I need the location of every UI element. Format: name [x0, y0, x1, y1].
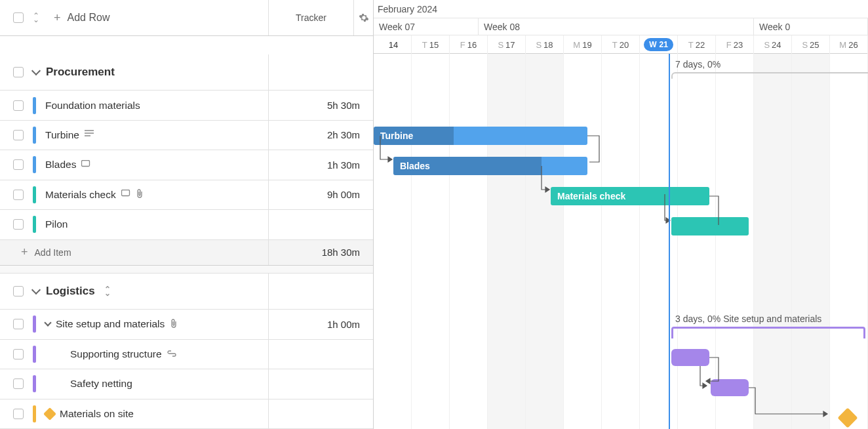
row-checkbox[interactable] — [13, 159, 24, 170]
add-item-row[interactable]: + Add Item 18h 30m — [0, 240, 373, 266]
row-checkbox[interactable] — [13, 219, 24, 230]
comment-icon — [121, 190, 130, 199]
group-checkbox[interactable] — [13, 286, 24, 296]
comment-icon — [81, 160, 90, 170]
task-row[interactable]: Site setup and materials 1h 00m — [0, 310, 373, 339]
task-label: Site setup and materials — [56, 318, 165, 330]
chevron-down-icon — [31, 66, 41, 75]
color-indicator — [33, 216, 36, 233]
week-cell: Week 07 — [374, 18, 479, 35]
row-checkbox[interactable] — [13, 130, 24, 140]
timeline-body[interactable]: Turbine Blades — [374, 54, 868, 429]
day-cell[interactable]: S17 — [488, 35, 526, 54]
day-cell[interactable]: W21 — [640, 35, 678, 54]
tracker-column-header[interactable]: Tracker — [269, 12, 353, 23]
tracker-value: 5h 30m — [269, 100, 373, 111]
today-line — [669, 54, 670, 429]
tracker-value: 1h 00m — [269, 319, 373, 330]
gantt-bar-pilon[interactable] — [671, 217, 749, 235]
day-cell[interactable]: T15 — [412, 35, 450, 54]
color-indicator — [33, 97, 36, 114]
day-cell[interactable]: T22 — [678, 35, 716, 54]
chevron-down-icon[interactable] — [44, 319, 51, 327]
gantt-bar-label: Turbine — [380, 131, 413, 141]
group-header-procurement[interactable]: Procurement — [0, 54, 373, 91]
link-icon — [167, 349, 176, 359]
row-checkbox[interactable] — [13, 100, 24, 111]
row-checkbox[interactable] — [13, 409, 24, 419]
description-icon — [85, 130, 94, 140]
task-label: Turbine — [45, 129, 79, 141]
day-cell[interactable]: M19 — [564, 35, 602, 54]
task-row[interactable]: Materials on site — [0, 399, 373, 429]
collapse-all-icon[interactable]: ⌃⌄ — [33, 13, 39, 22]
timeline-panel: February 2024 Week 07 Week 08 Week 0 14T… — [374, 0, 868, 429]
day-cell[interactable]: F16 — [450, 35, 488, 54]
today-pill: W21 — [644, 38, 673, 51]
tracker-value: 2h 30m — [269, 129, 373, 140]
task-row[interactable]: Blades 1h 30m — [0, 150, 373, 180]
gear-icon — [359, 12, 369, 23]
row-checkbox[interactable] — [13, 190, 24, 200]
gantt-milestone[interactable] — [837, 407, 858, 428]
gantt-bar-materials-check[interactable]: Materials check — [551, 187, 709, 205]
task-label: Supporting structure — [70, 348, 162, 360]
color-indicator — [33, 316, 36, 333]
task-summary-label: 3 days, 0% Site setup and materials — [675, 314, 821, 324]
day-cell[interactable]: T20 — [602, 35, 640, 54]
week-cell: Week 0 — [754, 18, 868, 35]
gantt-bar-blades[interactable]: Blades — [393, 157, 587, 175]
svg-rect-1 — [121, 190, 129, 196]
select-all-checkbox[interactable] — [13, 12, 24, 23]
group-checkbox[interactable] — [13, 67, 24, 77]
svg-rect-0 — [82, 160, 90, 166]
attachment-icon — [136, 189, 144, 200]
day-cell[interactable]: S25 — [792, 35, 830, 54]
task-row[interactable]: Supporting structure — [0, 340, 373, 369]
add-row-button[interactable]: + Add Row — [49, 7, 115, 29]
group-title-label: Logistics — [46, 285, 95, 298]
group-header-logistics[interactable]: Logistics ⌃⌄ — [0, 274, 373, 310]
color-indicator — [33, 186, 36, 203]
tracker-value: 9h 00m — [269, 189, 373, 200]
milestone-icon — [43, 407, 56, 420]
group-summary-label: 7 days, 0% — [675, 59, 720, 70]
collapse-icon[interactable]: ⌃⌄ — [104, 287, 111, 296]
chevron-down-icon — [31, 285, 41, 295]
task-row[interactable]: Turbine 2h 30m — [0, 121, 373, 150]
week-cell: Week 08 — [479, 18, 754, 35]
color-indicator — [33, 346, 36, 363]
day-cell[interactable]: F23 — [716, 35, 754, 54]
task-row[interactable]: Foundation materials 5h 30m — [0, 91, 373, 120]
day-cell[interactable]: S24 — [754, 35, 792, 54]
plus-icon: + — [21, 245, 28, 259]
gantt-bar-safety[interactable] — [711, 379, 749, 396]
task-row[interactable]: Safety netting — [0, 369, 373, 399]
color-indicator — [33, 127, 36, 144]
plus-icon: + — [54, 11, 61, 25]
column-settings-button[interactable] — [353, 0, 373, 35]
day-cell[interactable]: M26 — [830, 35, 868, 54]
gantt-bar-supporting[interactable] — [671, 349, 709, 366]
row-checkbox[interactable] — [13, 319, 24, 329]
row-checkbox[interactable] — [13, 378, 24, 389]
attachment-icon — [170, 319, 178, 330]
task-row[interactable]: Pilon — [0, 210, 373, 239]
task-row[interactable]: Materials check 9h 00m — [0, 180, 373, 210]
gantt-bar-turbine[interactable]: Turbine — [374, 127, 587, 145]
day-cell[interactable]: 14 — [374, 35, 412, 54]
color-indicator — [33, 156, 36, 173]
list-header: ⌃⌄ + Add Row Tracker — [0, 0, 373, 36]
group-total: 18h 30m — [269, 247, 373, 258]
gantt-bar-label: Materials check — [557, 191, 625, 201]
day-cell[interactable]: S18 — [526, 35, 564, 54]
group-summary-bracket — [671, 72, 868, 79]
timeline-header: February 2024 Week 07 Week 08 Week 0 14T… — [374, 0, 868, 54]
tracker-value: 1h 30m — [269, 159, 373, 171]
task-label: Pilon — [45, 218, 68, 230]
task-label: Foundation materials — [45, 100, 140, 112]
task-summary-bracket[interactable] — [671, 327, 865, 333]
row-checkbox[interactable] — [13, 349, 24, 359]
task-label: Blades — [45, 159, 76, 171]
color-indicator — [33, 375, 36, 392]
